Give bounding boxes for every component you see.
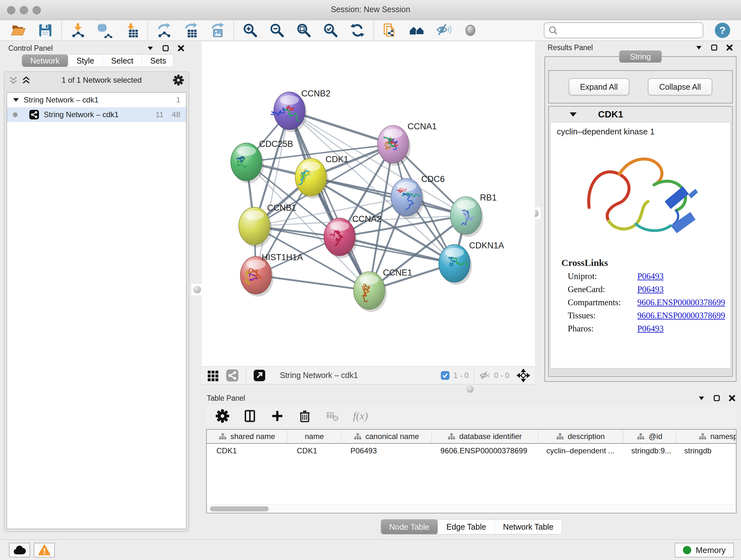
hide-graphics-button[interactable] xyxy=(430,21,457,39)
collection-expand-icon[interactable] xyxy=(13,97,19,103)
table-cell[interactable]: cyclin–dependent ... xyxy=(537,444,622,458)
maximize-panel-icon[interactable] xyxy=(713,394,721,402)
column-header-shared-name[interactable]: shared name xyxy=(207,430,287,443)
selected-checkbox-icon[interactable] xyxy=(441,371,450,380)
export-table-button[interactable] xyxy=(178,21,204,39)
import-network-file-button[interactable] xyxy=(64,21,91,39)
center-view-icon[interactable] xyxy=(516,368,530,382)
zoom-in-button[interactable] xyxy=(237,21,264,39)
birdseye-view-button[interactable] xyxy=(457,21,484,39)
maximize-panel-icon[interactable] xyxy=(162,44,170,52)
network-node-CCNB1[interactable] xyxy=(239,207,272,247)
refresh-button[interactable] xyxy=(344,21,371,39)
network-node-CDC6[interactable] xyxy=(391,179,424,219)
results-scrollbar[interactable] xyxy=(550,369,731,375)
toolbar-search[interactable] xyxy=(544,22,703,38)
show-columns-icon[interactable] xyxy=(243,409,257,423)
bottom-splitter-handle[interactable] xyxy=(467,386,474,393)
crosslink-link[interactable]: P06493 xyxy=(637,324,664,334)
import-table-button[interactable] xyxy=(118,21,145,39)
float-panel-icon[interactable] xyxy=(146,44,154,52)
tab-string[interactable]: String xyxy=(619,51,662,63)
tab-style[interactable]: Style xyxy=(68,55,103,67)
hidden-eye-slash-icon[interactable] xyxy=(479,371,490,380)
export-image-button[interactable] xyxy=(204,21,231,39)
search-input[interactable] xyxy=(558,25,699,35)
tab-sets[interactable]: Sets xyxy=(142,55,174,67)
save-session-button[interactable] xyxy=(32,21,59,39)
string-network-badge-icon[interactable] xyxy=(225,368,239,382)
export-network-button[interactable] xyxy=(151,21,178,39)
table-options-gear-icon[interactable] xyxy=(216,409,229,423)
delete-column-icon[interactable] xyxy=(298,409,312,423)
maximize-panel-icon[interactable] xyxy=(711,44,718,51)
zoom-selected-button[interactable] xyxy=(317,21,344,39)
table-horizontal-scrollbar[interactable] xyxy=(207,505,736,513)
column-header-description[interactable]: description xyxy=(538,430,623,443)
network-row[interactable]: String Network – cdk1 11 48 xyxy=(7,107,186,122)
tab-network[interactable]: Network xyxy=(22,55,68,67)
clone-network-button[interactable] xyxy=(377,21,403,39)
collapse-all-networks-icon[interactable] xyxy=(9,76,17,84)
network-node-CCNA1[interactable] xyxy=(378,125,411,166)
network-edge[interactable] xyxy=(289,111,369,291)
open-session-button[interactable] xyxy=(5,21,32,39)
expand-all-networks-icon[interactable] xyxy=(22,76,30,84)
column-header-namespace[interactable]: namespace xyxy=(677,430,737,443)
toolbar-separator xyxy=(374,22,374,39)
section-collapse-icon[interactable] xyxy=(569,111,577,118)
import-network-database-button[interactable] xyxy=(91,21,118,39)
expand-all-button[interactable]: Expand All xyxy=(569,78,629,96)
collapse-all-button[interactable]: Collapse All xyxy=(648,78,713,96)
warnings-button[interactable] xyxy=(34,543,55,557)
crosslink-link[interactable]: P06493 xyxy=(637,285,664,294)
network-canvas[interactable]: CCNB2CCNA1CDC25BCDK1CDC6RB1CCNB1CCNA2CDK… xyxy=(202,42,535,366)
detach-view-icon[interactable] xyxy=(253,368,266,382)
column-header-name[interactable]: name xyxy=(287,430,341,443)
node-table[interactable]: shared namenamecanonical namedatabase id… xyxy=(206,429,737,513)
help-button[interactable]: ? xyxy=(715,23,730,38)
crosslink-link[interactable]: 9606.ENSP00000378699 xyxy=(637,311,725,320)
column-header-database-identifier[interactable]: database identifier xyxy=(432,430,538,443)
network-node-CCNA2[interactable] xyxy=(324,218,357,258)
home-view-button[interactable] xyxy=(403,21,430,39)
network-node-CDC25B[interactable] xyxy=(231,143,264,183)
network-node-RB1[interactable] xyxy=(450,197,483,237)
column-header-@id[interactable]: @id xyxy=(623,430,677,443)
node-section-header[interactable]: CDK1 xyxy=(549,107,732,122)
network-node-CCNE1[interactable] xyxy=(354,272,387,312)
table-cell[interactable]: CDK1 xyxy=(207,444,287,458)
close-panel-icon[interactable] xyxy=(177,44,185,52)
table-cell[interactable]: CDK1 xyxy=(287,444,341,458)
zoom-out-button[interactable] xyxy=(264,21,290,39)
network-collection-row[interactable]: String Network – cdk1 1 xyxy=(7,92,186,107)
table-row[interactable]: CDK1CDK1P064939606.ENSP00000378699cyclin… xyxy=(207,444,737,458)
scrollbar-thumb[interactable] xyxy=(210,506,269,511)
float-panel-icon[interactable] xyxy=(695,44,703,51)
network-options-gear-icon[interactable] xyxy=(173,75,184,85)
tab-node-table[interactable]: Node Table xyxy=(381,519,438,534)
tab-edge-table[interactable]: Edge Table xyxy=(438,519,495,534)
close-panel-icon[interactable] xyxy=(726,44,733,51)
add-column-icon[interactable] xyxy=(271,409,284,423)
table-cell[interactable]: 9606.ENSP00000378699 xyxy=(431,444,537,458)
crosslink-link[interactable]: P06493 xyxy=(637,271,664,281)
crosslink-link[interactable]: 9606.ENSP00000378699 xyxy=(637,298,725,307)
close-panel-icon[interactable] xyxy=(728,394,736,402)
table-cell[interactable]: P06493 xyxy=(341,444,431,458)
network-graph[interactable]: CCNB2CCNA1CDC25BCDK1CDC6RB1CCNB1CCNA2CDK… xyxy=(202,42,535,366)
tab-network-table[interactable]: Network Table xyxy=(495,519,562,534)
network-node-HIST1H1A[interactable] xyxy=(240,256,273,297)
network-node-CDKN1A[interactable] xyxy=(439,245,472,285)
tab-select[interactable]: Select xyxy=(103,55,142,67)
cloud-status-button[interactable] xyxy=(9,543,30,557)
table-cell[interactable]: stringdb:9... xyxy=(622,444,675,458)
table-cell[interactable]: stringdb xyxy=(675,444,737,458)
zoom-fit-button[interactable] xyxy=(290,21,317,39)
network-node-CDK1[interactable] xyxy=(295,159,328,199)
float-panel-icon[interactable] xyxy=(697,394,705,402)
grid-view-icon[interactable] xyxy=(206,368,220,382)
crosslink-row: GeneCard:P06493 xyxy=(568,285,724,294)
column-header-canonical-name[interactable]: canonical name xyxy=(341,430,432,443)
memory-button[interactable]: Memory xyxy=(675,543,734,557)
